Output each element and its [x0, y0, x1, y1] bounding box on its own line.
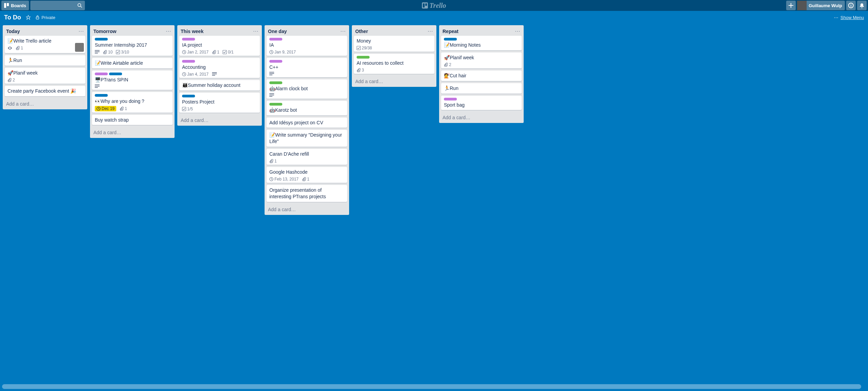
card[interactable]: AI resources to collect3 [354, 54, 434, 74]
card-labels [95, 94, 170, 97]
card[interactable]: 📝Write Trello article1 [5, 36, 85, 53]
label-purple[interactable] [95, 73, 108, 75]
boards-button[interactable]: Boards [1, 1, 29, 10]
label-blue[interactable] [444, 38, 457, 41]
horizontal-scrollbar[interactable] [2, 384, 861, 389]
user-menu[interactable]: Guillaume Wulp [797, 1, 845, 10]
card[interactable]: 👀Why are you doing ?Dec 191 [92, 92, 173, 113]
card[interactable]: 🏃Run [441, 83, 522, 94]
card[interactable]: Sport bag [441, 96, 522, 110]
card-title: IA [269, 42, 344, 48]
user-name: Guillaume Wulp [809, 3, 842, 8]
add-card-button[interactable]: Add a card… [90, 127, 175, 138]
add-card-button[interactable]: Add a card… [3, 98, 87, 109]
card[interactable]: 🤖Alarm clock bot [267, 79, 347, 99]
checklist-badge: 3/10 [116, 50, 129, 54]
add-card-button[interactable]: Add a card… [177, 115, 262, 126]
card[interactable]: 💇Cut hair [441, 71, 522, 81]
card[interactable]: 📝Morning Notes [441, 36, 522, 50]
card-title: 🤖Alarm clock bot [269, 85, 344, 92]
card-title: 📝Write Trello article [8, 38, 83, 44]
label-blue[interactable] [182, 95, 195, 97]
description-badge [95, 84, 100, 89]
list: Tomorrow⋯Summer Internship 2017103/10📝Wr… [90, 25, 175, 138]
lock-icon [35, 15, 40, 19]
card[interactable]: 🏃Run [5, 55, 85, 66]
card[interactable]: 🚀Planif week2 [441, 52, 522, 68]
member-avatar[interactable] [75, 43, 84, 52]
add-card-button[interactable]: Add a card… [352, 76, 436, 87]
create-button[interactable] [786, 1, 796, 10]
svg-rect-14 [223, 50, 227, 54]
card[interactable]: Google HashcodeFeb 13, 20171 [267, 167, 347, 183]
card-badges [95, 84, 170, 89]
label-green[interactable] [269, 81, 282, 84]
card-labels [182, 95, 257, 97]
list-menu-button[interactable]: ⋯ [340, 28, 346, 34]
label-blue[interactable] [95, 94, 108, 97]
add-card-button[interactable]: Add a card… [439, 112, 524, 123]
trello-logo[interactable]: Trello [422, 2, 446, 10]
list-menu-button[interactable]: ⋯ [428, 28, 433, 34]
list-menu-button[interactable]: ⋯ [515, 28, 520, 34]
card-badges: 1 [8, 46, 83, 50]
card[interactable]: IA projectJan 2, 201710/1 [179, 36, 260, 56]
card[interactable]: Summer Internship 2017103/10 [92, 36, 173, 56]
label-purple[interactable] [269, 60, 282, 63]
label-green[interactable] [357, 56, 370, 59]
label-purple[interactable] [182, 38, 195, 41]
list-title[interactable]: Other [355, 29, 428, 34]
attachment-badge: 1 [269, 159, 277, 163]
trello-logo-icon [422, 2, 428, 9]
label-purple[interactable] [444, 98, 457, 100]
card-badges: Feb 13, 20171 [269, 177, 344, 182]
card[interactable]: 🚀Planif week2 [5, 68, 85, 84]
label-blue[interactable] [109, 73, 122, 75]
list-menu-button[interactable]: ⋯ [253, 28, 258, 34]
card[interactable]: AccountingJan 4, 2017 [179, 58, 260, 78]
label-green[interactable] [269, 103, 282, 106]
card-badges: Jan 4, 2017 [182, 72, 257, 77]
search-input[interactable] [30, 1, 85, 10]
card-badges: Jan 2, 201710/1 [182, 50, 257, 54]
card[interactable]: Money29/38 [354, 36, 434, 52]
card[interactable]: Buy watch strap [92, 115, 173, 125]
star-board-button[interactable] [26, 15, 31, 20]
list-cards: 📝Morning Notes🚀Planif week2💇Cut hair🏃Run… [439, 36, 524, 112]
visibility-label: Private [42, 15, 55, 20]
list-title[interactable]: This week [181, 29, 253, 34]
card[interactable]: Add Idésys project on CV [267, 118, 347, 128]
label-purple[interactable] [269, 38, 282, 41]
list-cards: Summer Internship 2017103/10📝Write Airta… [90, 36, 175, 127]
board-title[interactable]: To Do [4, 14, 21, 21]
info-button[interactable] [846, 1, 856, 10]
card[interactable]: Create party Facebook event 🎉 [5, 86, 85, 96]
card[interactable]: 🖥️PTrans SPIN [92, 71, 173, 90]
bell-icon [859, 3, 865, 8]
label-blue[interactable] [95, 38, 108, 41]
card[interactable]: IAJan 9, 2017 [267, 36, 347, 56]
card[interactable]: 👨‍👩‍👦Summer holiday account [179, 80, 260, 91]
list-title[interactable]: Tomorrow [93, 29, 166, 34]
list-title[interactable]: Repeat [443, 29, 515, 34]
svg-rect-6 [425, 3, 427, 6]
add-card-button[interactable]: Add a card… [265, 204, 349, 215]
visibility-button[interactable]: Private [35, 15, 55, 20]
label-purple[interactable] [182, 60, 195, 63]
notifications-button[interactable] [857, 1, 867, 10]
list-title[interactable]: One day [268, 29, 340, 34]
list-menu-button[interactable]: ⋯ [78, 28, 84, 34]
menu-button[interactable]: ⋯ Show Menu [834, 15, 864, 20]
card[interactable]: 📝Write Airtable article [92, 58, 173, 68]
card[interactable]: 📝Write summary "Designing your Life" [267, 130, 347, 147]
card[interactable]: Organize presentation of interesting PTr… [267, 185, 347, 202]
card[interactable]: Posters Project1/5 [179, 93, 260, 113]
card-labels [269, 60, 344, 63]
list-header: Repeat⋯ [439, 25, 524, 36]
card[interactable]: Caran D'Ache refill1 [267, 149, 347, 165]
card[interactable]: 🤖Karotz bot [267, 101, 347, 115]
list-menu-button[interactable]: ⋯ [166, 28, 171, 34]
list-title[interactable]: Today [6, 29, 78, 34]
card[interactable]: C++ [267, 58, 347, 77]
board-canvas[interactable]: Today⋯📝Write Trello article1🏃Run🚀Planif … [0, 24, 868, 384]
